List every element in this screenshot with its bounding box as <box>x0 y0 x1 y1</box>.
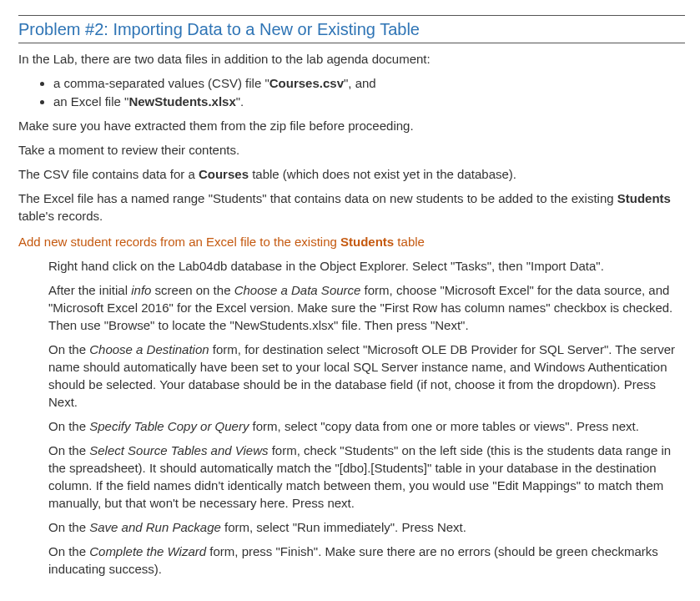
filename-newstudents: NewStudents.xlsx <box>128 94 235 109</box>
text: form, select "Run immediately". Press Ne… <box>221 520 466 534</box>
steps-block: Right hand click on the Lab04db database… <box>48 257 685 578</box>
text: The CSV file contains data for a <box>18 167 199 181</box>
form-name-italic: Save and Run Package <box>89 520 221 534</box>
text: a comma-separated values (CSV) file " <box>53 76 269 90</box>
step-paragraph: On the Save and Run Package form, select… <box>48 518 685 536</box>
extract-note: Make sure you have extracted them from t… <box>18 117 685 134</box>
step-paragraph: On the Complete the Wizard form, press "… <box>48 543 685 578</box>
text: ". <box>236 94 244 109</box>
csv-description: The CSV file contains data for a Courses… <box>18 165 685 183</box>
students-bold: Students <box>617 191 671 205</box>
text: After the initial <box>48 283 131 297</box>
review-note: Take a moment to review their contents. <box>18 141 685 159</box>
section-heading-orange: Add new student records from an Excel fi… <box>18 233 685 250</box>
text: an Excel file " <box>53 94 128 109</box>
filename-courses: Courses.csv <box>269 76 344 90</box>
form-name-italic: Choose a Destination <box>89 342 209 356</box>
text: table (which does not exist yet in the d… <box>249 167 516 181</box>
step-paragraph: On the Choose a Destination form, for de… <box>48 341 685 411</box>
intro-paragraph: In the Lab, there are two data files in … <box>18 50 685 68</box>
courses-bold: Courses <box>199 167 249 181</box>
info-italic: info <box>131 283 151 297</box>
list-item: an Excel file "NewStudents.xlsx". <box>53 93 685 110</box>
students-bold: Students <box>340 235 394 249</box>
problem-title: Problem #2: Importing Data to a New or E… <box>18 18 685 43</box>
text: ", and <box>344 76 376 90</box>
text: On the <box>48 544 89 558</box>
step-paragraph: On the Specify Table Copy or Query form,… <box>48 417 685 435</box>
text: On the <box>48 419 89 433</box>
text: form, select "copy data from one or more… <box>249 419 639 433</box>
step-paragraph: On the Select Source Tables and Views fo… <box>48 442 685 512</box>
text: On the <box>48 443 89 457</box>
form-name-italic: Choose a Data Source <box>234 283 361 297</box>
text: screen on the <box>151 283 234 297</box>
file-list: a comma-separated values (CSV) file "Cou… <box>38 74 685 110</box>
text: table's records. <box>18 209 103 223</box>
step-paragraph: Right hand click on the Lab04db database… <box>48 257 685 275</box>
text: On the <box>48 520 89 534</box>
step-paragraph: After the initial info screen on the Cho… <box>48 281 685 334</box>
form-name-italic: Select Source Tables and Views <box>89 443 268 457</box>
form-name-italic: Complete the Wizard <box>89 544 206 558</box>
text: The Excel file has a named range "Studen… <box>18 191 617 205</box>
text: table <box>394 235 425 249</box>
top-rule <box>18 15 685 16</box>
text: Add new student records from an Excel fi… <box>18 235 340 249</box>
list-item: a comma-separated values (CSV) file "Cou… <box>53 74 685 92</box>
form-name-italic: Specify Table Copy or Query <box>89 419 249 433</box>
excel-description: The Excel file has a named range "Studen… <box>18 189 685 225</box>
text: On the <box>48 342 89 356</box>
